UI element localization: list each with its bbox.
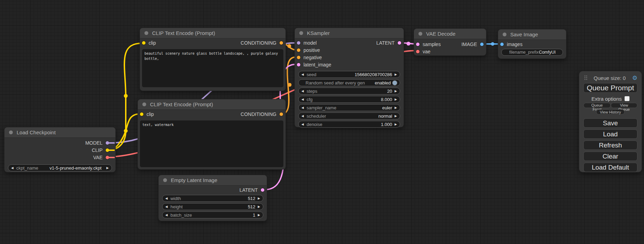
increment-arrow-icon[interactable]: ▶: [258, 214, 260, 217]
prompt-textarea[interactable]: text, watermark: [140, 120, 283, 167]
queue-front-button[interactable]: Queue Front: [583, 103, 611, 108]
widget-value: 156680208700286: [355, 72, 392, 77]
clip-input-dot[interactable]: [142, 41, 145, 45]
height-widget[interactable]: ◀ height 512 ▶: [162, 203, 263, 210]
vae-input-dot[interactable]: [416, 50, 420, 53]
conditioning-output-dot[interactable]: [280, 41, 283, 45]
random-seed-widget[interactable]: Random seed after every gen enabled: [298, 79, 400, 86]
comfyui-canvas[interactable]: { "colors": { "model": "#b39ddb", "clip"…: [0, 0, 644, 244]
prompt-textarea[interactable]: beautiful scenery nature glass bottle la…: [142, 49, 283, 87]
latent-output-dot[interactable]: [261, 188, 264, 192]
decrement-arrow-icon[interactable]: ◀: [11, 166, 14, 170]
collapse-dot-icon[interactable]: [144, 31, 148, 35]
increment-arrow-icon[interactable]: ▶: [395, 115, 397, 118]
slot-label: VAE: [93, 155, 103, 160]
node-vae-decode[interactable]: VAE Decode samples IMAGE vae: [414, 29, 486, 55]
node-titlebar[interactable]: CLIP Text Encode (Prompt): [138, 99, 285, 110]
slot-label: clip: [149, 40, 156, 46]
node-load-checkpoint[interactable]: Load Checkpoint MODEL CLIP VAE ◀ ckpt_na…: [5, 127, 115, 172]
seed-widget[interactable]: ◀ seed 156680208700286 ▶: [298, 71, 400, 78]
cfg-widget[interactable]: ◀ cfg 8.000 ▶: [298, 96, 400, 103]
node-titlebar[interactable]: KSampler: [295, 28, 404, 38]
load-default-button[interactable]: Load Default: [583, 163, 637, 172]
batch-size-widget[interactable]: ◀ batch_size 1 ▶: [162, 211, 263, 218]
node-title: VAE Decode: [426, 31, 456, 37]
samples-input-dot[interactable]: [416, 43, 420, 46]
steps-widget[interactable]: ◀ steps 20 ▶: [298, 88, 400, 94]
decrement-arrow-icon[interactable]: ◀: [301, 106, 304, 109]
denoise-widget[interactable]: ◀ denoise 1.000 ▶: [298, 121, 400, 128]
images-input-dot[interactable]: [500, 43, 504, 46]
scheduler-widget[interactable]: ◀ scheduler normal ▶: [298, 112, 400, 119]
clip-input-dot[interactable]: [140, 112, 143, 116]
conditioning-output-dot[interactable]: [280, 112, 283, 116]
collapse-dot-icon[interactable]: [142, 102, 146, 106]
ckpt-name-widget[interactable]: ◀ ckpt_name v1-5-pruned-emaonly.ckpt ▶: [8, 164, 112, 171]
settings-gear-icon[interactable]: ⚙: [632, 75, 637, 81]
node-clip-text-encode-positive[interactable]: CLIP Text Encode (Prompt) clip CONDITION…: [140, 28, 285, 91]
increment-arrow-icon[interactable]: ▶: [258, 197, 260, 200]
node-clip-text-encode-negative[interactable]: CLIP Text Encode (Prompt) clip CONDITION…: [138, 99, 285, 169]
node-titlebar[interactable]: CLIP Text Encode (Prompt): [140, 28, 285, 38]
widget-value: v1-5-pruned-emaonly.ckpt: [50, 165, 102, 171]
widget-value: ComfyUI: [539, 50, 556, 55]
slot-label: CONDITIONING: [241, 111, 276, 117]
increment-arrow-icon[interactable]: ▶: [395, 73, 397, 76]
slot-label: MODEL: [85, 140, 103, 146]
widget-value: 20: [387, 89, 392, 94]
decrement-arrow-icon[interactable]: ◀: [165, 214, 168, 217]
node-empty-latent-image[interactable]: Empty Latent Image LATENT ◀ width 512 ▶ …: [159, 175, 267, 221]
node-titlebar[interactable]: Load Checkpoint: [5, 127, 115, 138]
model-output-dot[interactable]: [106, 141, 109, 145]
node-save-image[interactable]: Save Image images filename_prefix ComfyU…: [498, 29, 566, 58]
widget-label: ckpt_name: [16, 165, 38, 171]
decrement-arrow-icon[interactable]: ◀: [301, 123, 304, 126]
decrement-arrow-icon[interactable]: ◀: [301, 90, 304, 93]
increment-arrow-icon[interactable]: ▶: [258, 205, 260, 208]
sampler-name-widget[interactable]: ◀ sampler_name euler ▶: [298, 104, 400, 111]
decrement-arrow-icon[interactable]: ◀: [165, 205, 168, 208]
node-titlebar[interactable]: VAE Decode: [414, 29, 486, 39]
node-titlebar[interactable]: Save Image: [498, 29, 566, 40]
negative-input-dot[interactable]: [297, 56, 300, 59]
extra-options-checkbox[interactable]: [625, 96, 629, 101]
increment-arrow-icon[interactable]: ▶: [106, 166, 109, 170]
collapse-dot-icon[interactable]: [503, 33, 506, 36]
drag-handle[interactable]: [584, 75, 587, 81]
increment-arrow-icon[interactable]: ▶: [395, 90, 397, 93]
output-slot-latent: LATENT: [159, 186, 267, 193]
view-history-button[interactable]: View History: [596, 109, 625, 115]
collapse-dot-icon[interactable]: [9, 130, 13, 134]
increment-arrow-icon[interactable]: ▶: [395, 123, 397, 126]
filename-prefix-widget[interactable]: filename_prefix ComfyUI: [501, 49, 563, 56]
collapse-dot-icon[interactable]: [299, 31, 303, 35]
width-widget[interactable]: ◀ width 512 ▶: [162, 195, 263, 202]
decrement-arrow-icon[interactable]: ◀: [165, 197, 168, 200]
positive-input-dot[interactable]: [297, 48, 300, 52]
image-output-dot[interactable]: [480, 43, 484, 46]
decrement-arrow-icon[interactable]: ◀: [301, 73, 304, 76]
output-slot-model: MODEL: [5, 139, 115, 146]
latent-image-input-dot[interactable]: [297, 63, 300, 66]
node-ksampler[interactable]: KSampler model LATENT positive negative …: [295, 28, 404, 127]
vae-output-dot[interactable]: [106, 156, 109, 159]
clip-output-dot[interactable]: [106, 148, 109, 152]
increment-arrow-icon[interactable]: ▶: [395, 106, 397, 109]
slot-label: clip: [147, 111, 154, 117]
save-button[interactable]: Save: [583, 118, 637, 128]
clear-button[interactable]: Clear: [583, 152, 637, 161]
collapse-dot-icon[interactable]: [163, 178, 167, 182]
view-queue-button[interactable]: View Queue: [611, 103, 637, 108]
latent-output-dot[interactable]: [398, 41, 401, 45]
collapse-dot-icon[interactable]: [418, 32, 422, 36]
toggle-on-icon[interactable]: [392, 81, 397, 85]
load-button[interactable]: Load: [583, 129, 637, 139]
node-title: CLIP Text Encode (Prompt): [150, 101, 213, 107]
increment-arrow-icon[interactable]: ▶: [395, 98, 397, 101]
refresh-button[interactable]: Refresh: [583, 141, 637, 150]
model-input-dot[interactable]: [297, 41, 300, 45]
decrement-arrow-icon[interactable]: ◀: [301, 115, 304, 118]
node-titlebar[interactable]: Empty Latent Image: [159, 175, 267, 186]
decrement-arrow-icon[interactable]: ◀: [301, 98, 304, 101]
queue-prompt-button[interactable]: Queue Prompt: [583, 83, 637, 93]
